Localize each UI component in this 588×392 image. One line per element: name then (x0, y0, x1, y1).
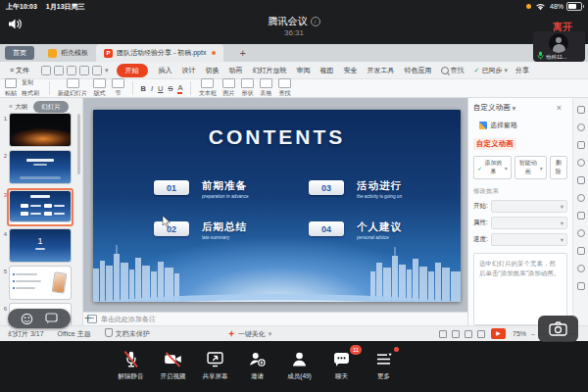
slides-tab[interactable]: 幻灯片 (33, 101, 69, 113)
slide-thumbnail-1[interactable] (10, 114, 71, 146)
start-video-button[interactable]: 开启视频 (152, 349, 194, 381)
start-select[interactable]: ▾ (491, 200, 567, 213)
font-color-button[interactable]: A (177, 83, 182, 94)
pane-icon-more[interactable] (577, 282, 585, 290)
item-number-badge: 04 (309, 221, 344, 236)
find-replace-button[interactable]: 查找 (278, 78, 291, 98)
invite-button[interactable]: 邀请 (236, 349, 278, 381)
format-painter-button[interactable]: 格式刷 (22, 89, 39, 98)
section-button[interactable]: 节 (112, 78, 124, 98)
shape-button[interactable]: 形状 (241, 78, 254, 98)
menu-security[interactable]: 安全 (339, 66, 363, 75)
table-button[interactable]: 表格 (260, 78, 272, 98)
participant-video-tile[interactable]: 动科11... (533, 31, 585, 62)
add-effect-button[interactable]: ✓ 添加效果 ▾ (473, 156, 512, 179)
copy-button[interactable]: 复制 (22, 78, 39, 87)
menu-view[interactable]: 视图 (316, 66, 339, 75)
tab-document[interactable]: P 团队活动经验分享 - 初稿.pptx (96, 44, 223, 62)
contents-item-3[interactable]: 03 活动进行 the activity is going on (309, 180, 415, 200)
emoji-tool-icon[interactable] (21, 313, 33, 325)
strikethrough-button[interactable]: S (168, 84, 172, 93)
underline-button[interactable]: U (158, 84, 163, 93)
smart-animation-button[interactable]: 智能动画 ▾ (514, 156, 547, 179)
notes-area[interactable]: 单击此处添加备注 (83, 312, 467, 325)
print-icon[interactable] (54, 66, 64, 75)
unmute-button[interactable]: 解除静音 (110, 349, 152, 381)
beautify-button[interactable]: 一键美化 ▾ (222, 328, 278, 340)
speed-select[interactable]: ▾ (491, 233, 567, 246)
sync-status[interactable]: ✓ 已同步 ▾ (474, 66, 508, 75)
add-tool-button[interactable]: + (78, 310, 98, 326)
normal-view-icon[interactable] (439, 330, 447, 338)
menu-design[interactable]: 设计 (177, 66, 201, 75)
members-button[interactable]: 成员(49) (278, 349, 320, 381)
menu-animation[interactable]: 动画 (224, 66, 248, 75)
slide-thumbnail-4[interactable]: 1 (10, 229, 71, 262)
save-icon[interactable] (41, 66, 51, 75)
thumbnail-scrollbar[interactable] (77, 114, 80, 174)
redo-icon[interactable] (92, 66, 102, 75)
slide-number: 4 (2, 231, 9, 237)
pane-icon-transition[interactable] (577, 212, 585, 220)
pane-icon-layout[interactable] (577, 247, 585, 255)
contents-item-1[interactable]: 01 前期准备 preparation in advance (154, 180, 262, 200)
find-button[interactable]: 查找 (441, 66, 465, 75)
pane-icon-chart[interactable] (577, 176, 585, 184)
menu-review[interactable]: 审阅 (292, 66, 316, 75)
tab-docer[interactable]: 稻壳模板 (40, 44, 96, 62)
slideshow-play-button[interactable]: ▶ (491, 328, 506, 339)
pane-icon-styles[interactable] (577, 123, 585, 131)
chat-button[interactable]: 11 聊天 (320, 349, 363, 381)
pane-icon-properties[interactable] (577, 106, 585, 114)
menu-apps[interactable]: 特色应用 (400, 66, 437, 75)
pane-icon-share[interactable] (577, 229, 585, 237)
new-tab-button[interactable]: + (233, 46, 251, 60)
share-button[interactable]: 分享 (515, 66, 529, 75)
selection-pane-button[interactable]: 选择窗格 (473, 120, 523, 131)
pane-icon-animation[interactable] (577, 194, 585, 202)
pane-icon-fill[interactable] (577, 141, 585, 149)
share-screen-button[interactable]: 共享屏幕 (194, 349, 236, 381)
pane-icon-picture[interactable] (577, 159, 585, 167)
comment-tool-icon[interactable] (45, 313, 58, 324)
more-button[interactable]: 更多 (363, 349, 405, 381)
more-notification-dot (394, 347, 399, 352)
menu-transition[interactable]: 切换 (201, 66, 224, 75)
tab-home[interactable]: 首页 (5, 46, 34, 60)
menu-start[interactable]: 开始 (117, 64, 148, 77)
chevron-down-icon[interactable]: ▾ (105, 67, 109, 74)
paste-button[interactable]: 粘贴 (5, 78, 17, 98)
speed-label: 速度: (473, 235, 488, 244)
italic-button[interactable]: I (151, 84, 153, 93)
slide-thumbnail-3-selected[interactable] (7, 188, 74, 226)
info-icon[interactable]: i (311, 17, 320, 26)
close-pane-icon[interactable]: × (551, 102, 567, 114)
current-slide[interactable]: CONTENTS 01 前期准备 preparation in advance … (93, 110, 461, 302)
textbox-button[interactable]: 文本框 (199, 78, 217, 98)
camera-switch-button[interactable] (538, 316, 578, 342)
outline-tab[interactable]: 大纲 (15, 103, 27, 112)
menu-devtools[interactable]: 开发工具 (363, 66, 400, 75)
delete-effect-button[interactable]: 删除 (550, 156, 567, 179)
file-menu-button[interactable]: ≡ 文件 (4, 65, 35, 76)
slide-counter: 幻灯片 3/17 (8, 329, 44, 339)
contents-item-4[interactable]: 04 个人建议 personal advice (309, 221, 402, 241)
preview-icon[interactable] (67, 66, 76, 75)
menu-insert[interactable]: 插入 (154, 66, 177, 75)
camera-off-icon (163, 349, 183, 369)
notes-view-icon[interactable] (477, 330, 485, 338)
property-select[interactable]: ▾ (491, 217, 567, 229)
undo-icon[interactable] (79, 66, 89, 75)
menu-slideshow[interactable]: 幻灯片放映 (248, 66, 292, 75)
new-slide-button[interactable]: 新建幻灯片 (58, 78, 87, 98)
slide-thumbnail-2[interactable] (10, 151, 71, 183)
layout-button[interactable]: 版式 (93, 78, 106, 98)
pane-icon-help[interactable] (577, 265, 585, 272)
sorter-view-icon[interactable] (452, 330, 460, 338)
reading-view-icon[interactable] (465, 330, 472, 338)
slide-thumbnail-5[interactable] (10, 267, 71, 299)
bold-button[interactable]: B (141, 84, 146, 93)
chevron-down-icon[interactable]: ▾ (513, 104, 516, 113)
picture-button[interactable]: 图片 (222, 78, 235, 98)
zoom-out-button[interactable]: – (531, 330, 535, 337)
